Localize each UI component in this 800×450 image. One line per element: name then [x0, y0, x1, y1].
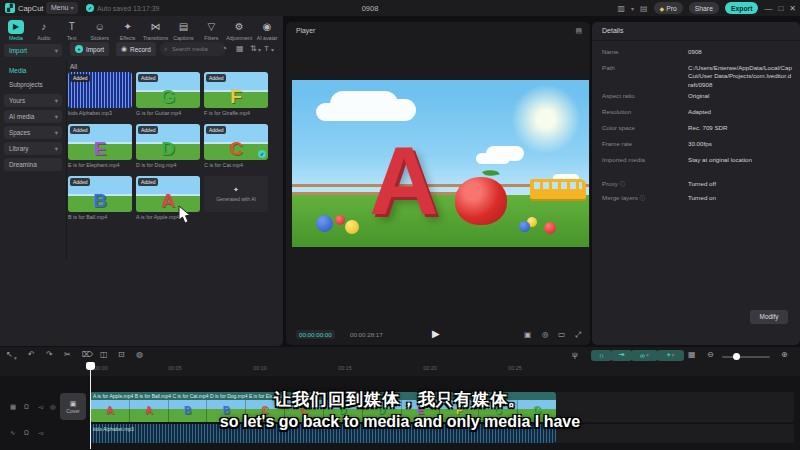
snapshot-icon[interactable]: ▣ [524, 330, 531, 339]
select-tool-icon[interactable]: ↖ [6, 350, 13, 360]
sidebar-item-media[interactable]: Media [4, 64, 62, 77]
maximize-button[interactable]: □ [778, 4, 783, 13]
playhead-handle[interactable] [86, 362, 95, 370]
info-icon[interactable]: ⓘ [620, 181, 626, 187]
detail-value-imported-media: Stay at original location [688, 156, 792, 164]
details-header: Details [602, 27, 623, 34]
text-icon: T [64, 20, 80, 34]
mirror-icon[interactable]: ◫ [100, 350, 108, 360]
import-label: Import [86, 46, 104, 53]
record-button[interactable]: ◉ Record [116, 42, 156, 56]
thumbnail-letter: B [68, 191, 132, 210]
pro-button[interactable]: ◆ Pro [654, 2, 683, 14]
preview-axis-toggle[interactable]: ⌖ ▾ [657, 350, 684, 361]
split-icon[interactable]: ✂ [64, 350, 71, 360]
delete-icon[interactable]: ⌦ [82, 350, 93, 360]
layout-split-icon[interactable]: ▥ [617, 4, 625, 13]
undo-icon[interactable]: ↶ [28, 350, 35, 360]
sidebar-import-dropdown[interactable]: Import ▾ [4, 44, 62, 57]
auto-ripple-toggle[interactable]: ⇥ [611, 350, 632, 361]
duration: 00:00:28:17 [350, 331, 383, 338]
zoom-slider[interactable] [722, 356, 770, 358]
media-thumbnail: Added G [136, 72, 200, 108]
minimize-button[interactable]: — [764, 4, 772, 13]
sidebar-item-library[interactable]: Library ▾ [4, 142, 62, 155]
sidebar-item-label: Media [9, 67, 26, 74]
media-item[interactable]: Added D D is for Dog.mp4 [136, 124, 200, 168]
thumbnail-letter: D [136, 139, 200, 158]
export-label: Export [731, 5, 753, 12]
redo-icon[interactable]: ↷ [46, 350, 53, 360]
zoom-out-icon[interactable]: ⊖ [707, 350, 714, 360]
chevron-down-icon: ▾ [55, 44, 58, 57]
media-item[interactable]: Added F F is for Giraffe.mp4 [204, 72, 268, 116]
ruler-label: 00:10 [253, 365, 267, 371]
view-grid-icon[interactable]: ▦ [236, 44, 244, 53]
adjustment-icon: ⚙ [231, 20, 247, 34]
zoom-in-icon[interactable]: ⊕ [781, 350, 788, 360]
zoom-slider-knob[interactable] [733, 353, 740, 360]
cloud-saved-icon: ✓ [86, 4, 94, 12]
autosave-text: Auto saved 13:17:39 [97, 5, 159, 12]
modify-button[interactable]: Modify [750, 310, 788, 324]
media-thumbnail: Added F [204, 72, 268, 108]
search-input[interactable] [170, 45, 222, 53]
magnet-toggle[interactable]: ∩ [591, 350, 612, 361]
timeline-ruler[interactable]: 00:00 00:05 00:10 00:15 00:20 00:25 [0, 363, 800, 376]
media-item[interactable]: Added kids Alphabet.mp3 [68, 72, 132, 116]
filter-icon[interactable]: ◔ [222, 44, 227, 53]
apple-leaf [482, 167, 500, 180]
tab-label: Effects [120, 35, 136, 41]
sort-icon[interactable]: ⇅ [250, 44, 257, 53]
export-button[interactable]: Export [725, 2, 759, 14]
sidebar-item-label: Subprojects [9, 81, 43, 88]
media-item[interactable]: Added C ✓ C is for Cat.mp4 [204, 124, 268, 168]
crop-icon[interactable]: ⊡ [118, 350, 125, 360]
mask-icon[interactable]: ◍ [136, 350, 143, 360]
magnet-icon: ∩ [599, 352, 604, 359]
sidebar-item-ai-media[interactable]: AI media ▾ [4, 110, 62, 123]
menu-button[interactable]: Menu ▾ [46, 2, 78, 14]
ratio-icon[interactable]: ▭ [558, 330, 565, 339]
play-button[interactable]: ▶ [432, 328, 440, 339]
type-filter-icon[interactable]: T [264, 44, 269, 53]
tab-label: Text [67, 35, 77, 41]
sidebar-item-spaces[interactable]: Spaces ▾ [4, 126, 62, 139]
titlebar: ▞ CapCut Menu ▾ ✓ Auto saved 13:17:39 09… [0, 0, 800, 16]
share-button[interactable]: Share [689, 2, 719, 14]
fullscreen-icon[interactable]: ⤢ [575, 330, 581, 340]
info-icon[interactable]: ⓘ [640, 195, 646, 201]
search-box[interactable]: ⌕ [160, 42, 226, 56]
layout-full-icon[interactable]: ▤ [640, 4, 648, 13]
sidebar-divider [66, 60, 67, 260]
media-panel: ▶ Media ♪ Audio T Text ☺ Stickers ✦ Effe… [0, 16, 283, 346]
generate-with-ai-card[interactable]: ✦ Generated with AI [204, 176, 268, 212]
close-button[interactable]: ✕ [789, 4, 796, 13]
remove-background-icon[interactable]: ◎ [542, 330, 549, 339]
ruler-label: 00:15 [338, 365, 352, 371]
detail-value-color-space: Rec. 709 SDR [688, 124, 792, 132]
type-filter-caret-icon[interactable]: ▾ [271, 46, 274, 53]
added-badge: Added [70, 126, 90, 134]
tab-label: Media [9, 35, 23, 41]
voiceover-mic-icon[interactable]: ψ [572, 350, 578, 360]
render-preview-icon[interactable]: ▦ [688, 350, 696, 360]
layout-caret-icon[interactable]: ▾ [631, 5, 634, 12]
sort-caret-icon[interactable]: ▾ [258, 46, 261, 53]
sidebar-item-yours[interactable]: Yours ▾ [4, 94, 62, 107]
current-time: 00:00:00:00 [296, 330, 335, 339]
import-button[interactable]: + Import [70, 42, 109, 56]
media-item-name: kids Alphabet.mp3 [68, 110, 132, 116]
captions-icon: ▤ [175, 20, 191, 34]
select-tool-caret-icon[interactable]: ▾ [14, 353, 17, 363]
audio-icon: ♪ [36, 20, 52, 34]
media-item[interactable]: Added B B is for Ball.mp4 [68, 176, 132, 220]
video-preview[interactable]: A [292, 80, 589, 247]
sidebar-item-subprojects[interactable]: Subprojects [4, 78, 62, 91]
player-display-icon[interactable]: ▤ [575, 27, 582, 35]
media-item[interactable]: Added E E is for Elephant.mp4 [68, 124, 132, 168]
media-item[interactable]: Added G G is for Guitar.mp4 [136, 72, 200, 116]
link-toggle[interactable]: ∞ ▾ [631, 350, 658, 361]
detail-value-aspect-ratio: Original [688, 92, 792, 100]
sidebar-item-dreamina[interactable]: Dreamina [4, 158, 62, 171]
